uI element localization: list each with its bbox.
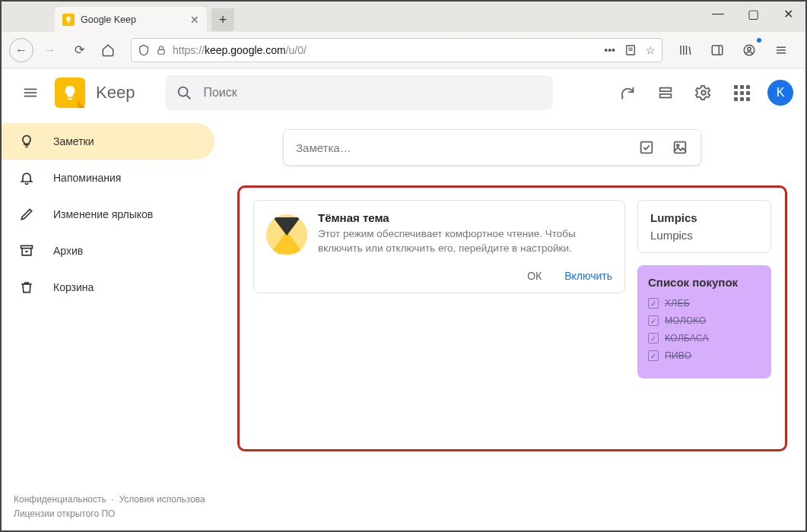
svg-rect-8 (24, 89, 37, 90)
window-minimize-icon[interactable]: — (701, 2, 736, 26)
promo-ok-button[interactable]: ОК (527, 270, 542, 282)
library-icon[interactable] (673, 38, 697, 62)
reader-icon[interactable] (624, 44, 637, 56)
main-content: Заметка… Тёмная тема Этот режим обеспечи… (214, 117, 805, 530)
settings-button[interactable] (687, 76, 720, 109)
sidebar-item-reminders[interactable]: Напоминания (2, 160, 214, 196)
sidebar-item-archive[interactable]: Архив (2, 233, 214, 269)
sidebar-item-trash[interactable]: Корзина (2, 269, 214, 306)
svg-rect-7 (777, 52, 786, 54)
sidebar-item-label: Архив (53, 245, 83, 257)
privacy-link[interactable]: Конфиденциальность (14, 494, 106, 505)
svg-rect-13 (660, 94, 672, 98)
promo-description: Этот режим обеспечивает комфортное чтени… (318, 227, 612, 256)
tab-title: Google Keep (81, 14, 136, 25)
footer-links: Конфиденциальность · Условия использова … (14, 492, 205, 521)
note-title: Lumpics (650, 211, 758, 224)
new-tab-button[interactable]: + (211, 8, 234, 31)
notes-container: Тёмная тема Этот режим обеспечивает комф… (237, 185, 787, 451)
pencil-icon (18, 207, 35, 222)
checklist-item[interactable]: ✓ХЛЕБ (648, 298, 761, 309)
profile-icon[interactable] (737, 38, 761, 62)
url-text: https://keep.google.com/u/0/ (173, 44, 307, 56)
checklist-item[interactable]: ✓МОЛОКО (648, 315, 761, 326)
note-title: Список покупок (648, 276, 761, 289)
terms-link[interactable]: Условия использова (119, 494, 205, 505)
browser-address-bar: ← → ⟳ https://keep.google.com/u/0/ ••• ☆ (2, 32, 805, 68)
url-input[interactable]: https://keep.google.com/u/0/ ••• ☆ (131, 38, 662, 62)
search-box[interactable] (165, 75, 553, 110)
svg-rect-10 (24, 96, 37, 97)
refresh-button[interactable] (611, 76, 644, 109)
checklist-item[interactable]: ✓ПИВО (648, 350, 761, 361)
checkbox-icon[interactable]: ✓ (648, 333, 659, 344)
browser-menu-icon[interactable] (769, 38, 793, 62)
sidebar: Заметки Напоминания Изменение ярлыков Ар… (2, 117, 214, 530)
svg-rect-16 (641, 142, 653, 154)
checklist-item[interactable]: ✓КОЛБАСА (648, 333, 761, 344)
sidebar-item-label: Напоминания (53, 172, 121, 184)
lock-icon[interactable] (156, 45, 167, 55)
svg-rect-0 (158, 49, 164, 54)
keep-logo (55, 78, 85, 108)
page-actions-icon[interactable]: ••• (604, 44, 615, 56)
bulb-icon (18, 134, 35, 149)
svg-rect-2 (712, 46, 723, 55)
svg-point-4 (748, 47, 751, 51)
lamp-icon (266, 214, 307, 255)
app-title: Keep (96, 83, 135, 103)
main-menu-button[interactable] (14, 76, 47, 109)
bookmark-star-icon[interactable]: ☆ (646, 44, 656, 56)
checkbox-icon[interactable]: ✓ (648, 350, 659, 361)
svg-point-18 (677, 144, 679, 147)
svg-point-14 (701, 90, 706, 95)
sidebar-item-label: Заметки (53, 135, 94, 147)
svg-rect-6 (777, 49, 786, 51)
svg-rect-17 (675, 142, 686, 154)
nav-reload-button[interactable]: ⟳ (67, 38, 91, 62)
note-body: Lumpics (650, 229, 758, 242)
sidebar-item-label: Изменение ярлыков (53, 208, 153, 220)
svg-rect-12 (660, 88, 672, 92)
sidebar-item-notes[interactable]: Заметки (2, 123, 214, 160)
svg-rect-15 (21, 245, 33, 248)
window-maximize-icon[interactable]: ▢ (736, 2, 770, 26)
promo-enable-button[interactable]: Включить (564, 270, 612, 282)
browser-tab[interactable]: Google Keep ✕ (55, 7, 207, 32)
archive-icon (18, 243, 35, 258)
promo-title: Тёмная тема (318, 211, 612, 224)
window-close-icon[interactable]: ✕ (770, 2, 805, 26)
shield-icon[interactable] (138, 44, 150, 56)
sidebar-item-edit-labels[interactable]: Изменение ярлыков (2, 196, 214, 233)
search-icon (176, 84, 192, 101)
checkbox-icon[interactable]: ✓ (648, 315, 659, 326)
sidebar-toggle-icon[interactable] (705, 38, 729, 62)
trash-icon (18, 280, 35, 295)
license-link[interactable]: Лицензии открытого ПО (14, 508, 115, 519)
note-card-lumpics[interactable]: Lumpics Lumpics (637, 200, 771, 253)
new-image-icon[interactable] (672, 139, 688, 156)
svg-point-11 (179, 87, 188, 97)
svg-rect-5 (777, 46, 786, 48)
dark-theme-promo-card: Тёмная тема Этот режим обеспечивает комф… (253, 200, 625, 293)
svg-rect-9 (24, 92, 37, 93)
new-checklist-icon[interactable] (638, 139, 655, 156)
tab-close-icon[interactable]: ✕ (190, 14, 199, 26)
nav-forward-button: → (38, 38, 62, 62)
search-input[interactable] (203, 86, 542, 100)
new-note-placeholder: Заметка… (296, 141, 351, 154)
nav-home-button[interactable] (96, 38, 120, 62)
browser-titlebar: Google Keep ✕ + — ▢ ✕ (2, 2, 805, 32)
app-header: Keep K (2, 68, 805, 117)
view-toggle-button[interactable] (649, 76, 682, 109)
new-note-input[interactable]: Заметка… (283, 129, 701, 166)
nav-back-button[interactable]: ← (9, 38, 33, 62)
tab-favicon (62, 14, 75, 26)
checkbox-icon[interactable]: ✓ (648, 298, 659, 309)
note-card-shopping[interactable]: Список покупок ✓ХЛЕБ ✓МОЛОКО ✓КОЛБАСА ✓П… (637, 265, 771, 378)
sidebar-item-label: Корзина (53, 281, 94, 293)
account-avatar[interactable]: K (767, 80, 793, 106)
google-apps-button[interactable] (725, 76, 758, 109)
bell-icon (18, 170, 35, 185)
